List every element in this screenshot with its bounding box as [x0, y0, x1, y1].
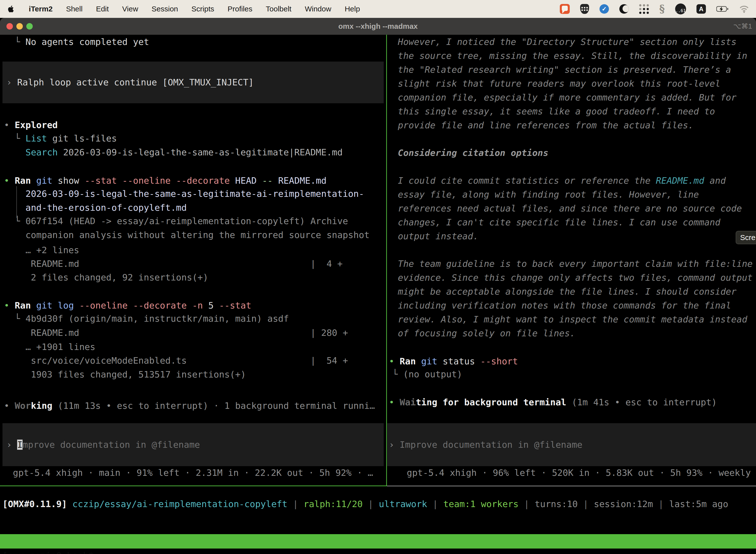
terminal-line: src/voice/voiceModeEnabled.ts | 54 +	[4, 353, 348, 368]
terminal-line: output instead.	[398, 229, 479, 243]
terminal-line: └ 067f154 (HEAD -> essay/ai-reimplementa…	[4, 214, 348, 228]
terminal-line: gpt-5.4 xhigh · 96% left · 520K in · 5.8…	[407, 466, 756, 480]
terminal-line: 1903 files changed, 513517 insertions(+)	[4, 367, 246, 382]
screen-tooltip: Scre	[736, 231, 756, 244]
crescent-app-icon[interactable]	[619, 4, 629, 14]
terminal-line: gpt-5.4 xhigh · main · 91% left · 2.31M …	[13, 466, 373, 480]
terminal-line: › Ralph loop active continue [OMX_TMUX_I…	[6, 75, 254, 89]
tmux-session-label: [omx-cczip0:bash*	[2, 549, 94, 554]
window-title: omx --xhigh --madmax	[0, 18, 756, 35]
terminal-line: changes, I can't cite specific file line…	[398, 215, 720, 229]
terminal-line: provide file and line references from th…	[398, 118, 693, 132]
wifi-icon[interactable]	[739, 5, 749, 13]
dragon-glyph-icon[interactable]: §	[659, 4, 665, 14]
window-shortcut-badge: ⌥⌘1	[733, 18, 752, 35]
menu-item-profiles[interactable]: Profiles	[228, 5, 252, 13]
terminal-line: • Working (11m 13s • esc to interrupt) ·…	[4, 399, 375, 413]
terminal-line: companion file, especially if more comme…	[398, 90, 737, 105]
terminal-line: The team guideline is to back every impo…	[398, 257, 753, 271]
terminal-line: this single essay, it seems like a good …	[398, 104, 715, 118]
terminal-line: Considering citation options	[398, 146, 548, 160]
terminal-line: might be acceptable alongside the file l…	[398, 284, 737, 298]
menu-item-shell[interactable]: Shell	[66, 5, 82, 13]
tmux-status-bar: [omx-cczip0:bash* "MacBook-Pro-44.local"…	[0, 534, 756, 549]
terminal-line: › Improve documentation in @filename	[389, 438, 582, 452]
verified-badge-icon[interactable]: ✓	[600, 4, 609, 14]
terminal-line: └ List git ls-files	[4, 131, 117, 146]
terminal-line: • Waiting for background terminal (1m 41…	[389, 395, 717, 409]
menu-item-help[interactable]: Help	[345, 5, 360, 13]
battery-icon[interactable]	[716, 6, 729, 12]
terminal-line: └ (no output)	[392, 367, 462, 381]
menu-items: ShellEditViewSessionScriptsProfilesToolb…	[66, 5, 360, 13]
privacy-shield-icon[interactable]	[580, 4, 589, 14]
menu-bar-status-icons: ✓ § ..61 A	[560, 3, 749, 14]
menu-bar-left: iTerm2 ShellEditViewSessionScriptsProfil…	[7, 5, 360, 13]
terminal-line: └ 4b9d30f (origin/main, instructkr/main,…	[4, 312, 289, 326]
terminal-line: essay file, along with finding root file…	[398, 187, 699, 202]
terminal-line: … +1901 lines	[4, 340, 95, 354]
terminal-line: review. Also, I might want to inspect th…	[398, 312, 747, 326]
title-bar[interactable]: omx --xhigh --madmax ⌥⌘1	[0, 18, 756, 35]
terminal-line: • Explored	[4, 118, 58, 132]
terminal-line: Search 2026-03-09-is-legal-the-same-as-l…	[4, 145, 342, 159]
terminal-line: └ No agents completed yet	[4, 35, 149, 49]
terminal-line: README.md | 280 +	[4, 326, 348, 340]
menu-item-edit[interactable]: Edit	[96, 5, 109, 13]
terminal-line: companion analysis without altering the …	[4, 228, 370, 242]
menu-item-session[interactable]: Session	[151, 5, 178, 13]
terminal-line: references need actual files, and since …	[398, 201, 742, 215]
apple-logo-icon[interactable]	[7, 5, 15, 13]
menu-item-toolbelt[interactable]: Toolbelt	[266, 5, 292, 13]
terminal-line: • Ran git show --stat --oneline --decora…	[4, 173, 327, 188]
right-pane[interactable]: However, I noticed the "Directory Struct…	[389, 35, 756, 486]
left-pane[interactable]: └ No agents completed yet› Ralph loop ac…	[4, 35, 384, 486]
terminal-line: of focusing solely on file lines.	[398, 326, 575, 340]
terminal-line: the source tree, missing the essay. Stil…	[398, 49, 747, 63]
menu-item-scripts[interactable]: Scripts	[191, 5, 214, 13]
terminal-line: • Ran git log --oneline --decorate -n 5 …	[4, 298, 251, 313]
terminal-line: slight risk that future readers may over…	[398, 76, 720, 91]
pane-divider[interactable]	[386, 35, 387, 486]
terminal-window: omx --xhigh --madmax ⌥⌘1 └ No agents com…	[0, 18, 756, 554]
terminal-line: › Improve documentation in @filename	[6, 438, 200, 452]
screen-tooltip-label: Scre	[740, 233, 756, 242]
terminal-line: the "Related research writing" section i…	[398, 63, 731, 77]
keyboard-layout-icon[interactable]: A	[696, 4, 706, 14]
terminal-line: README.md | 4 +	[4, 257, 342, 271]
menu-item-window[interactable]: Window	[305, 5, 331, 13]
dots-grid-icon[interactable]	[639, 4, 649, 14]
menu-bar: iTerm2 ShellEditViewSessionScriptsProfil…	[0, 0, 756, 18]
terminal-line: and-the-erosion-of-copyleft.md	[4, 201, 187, 215]
terminal-content: └ No agents completed yet› Ralph loop ac…	[0, 35, 756, 554]
terminal-line: I could cite commit statistics or refere…	[398, 173, 726, 188]
terminal-line: including verification notes with those …	[398, 298, 731, 313]
terminal-line: 2026-03-09-is-legal-the-same-as-legitima…	[4, 187, 364, 201]
terminal-line: evidence. Since this change only affects…	[398, 271, 753, 285]
screen: iTerm2 ShellEditViewSessionScriptsProfil…	[0, 0, 756, 554]
omx-status-line: [OMX#0.11.9] cczip/essay/ai-reimplementa…	[2, 497, 728, 511]
gauge-61-icon[interactable]: ..61	[675, 3, 686, 14]
left-pane-bottom-border	[0, 486, 386, 486]
right-pane-bottom-border	[387, 486, 756, 486]
menu-app-name[interactable]: iTerm2	[29, 5, 53, 13]
terminal-line: … +2 lines	[4, 243, 79, 257]
screen-recording-indicator-icon[interactable]	[560, 4, 570, 14]
menu-item-view[interactable]: View	[122, 5, 138, 13]
terminal-line: 2 files changed, 92 insertions(+)	[4, 270, 208, 284]
terminal-line: • Ran git status --short	[389, 354, 518, 368]
terminal-line: However, I noticed the "Directory Struct…	[398, 35, 737, 49]
